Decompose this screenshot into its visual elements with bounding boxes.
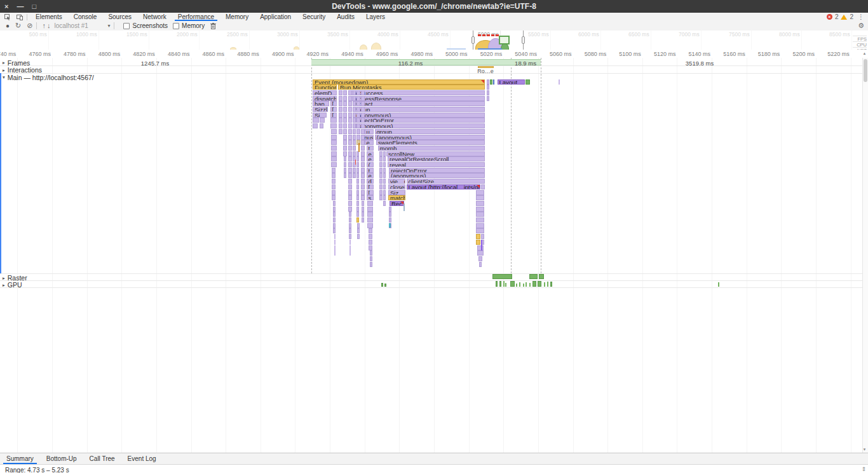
reload-and-record-button[interactable]: ↻ [15, 22, 21, 30]
flame-bar[interactable]: (anonymous) [356, 123, 485, 128]
flame-bar-small[interactable] [348, 146, 352, 151]
flame-bar-small[interactable] [367, 212, 373, 217]
flame-bar-small[interactable] [332, 168, 336, 173]
flame-bar-small[interactable] [361, 156, 365, 161]
flame-bar-small[interactable] [369, 234, 372, 239]
flame-bar-small[interactable] [339, 113, 342, 118]
gpu-bar[interactable] [381, 283, 383, 287]
flame-bar-small[interactable] [343, 146, 347, 151]
section-header-frames[interactable]: ▸Frames [3, 59, 30, 67]
flame-bar-small[interactable] [356, 129, 361, 134]
flame-bar-small[interactable] [476, 234, 480, 239]
flame-bar-small[interactable] [369, 228, 372, 233]
flame-bar-small[interactable] [339, 129, 342, 134]
flame-bar-small[interactable] [383, 184, 386, 189]
flame-bar[interactable]: Si…ct [313, 113, 327, 118]
flame-bar[interactable]: swapElements [376, 140, 485, 145]
flame-bar[interactable]: Event (mousedown) [313, 79, 485, 85]
gpu-bar[interactable] [523, 284, 524, 287]
flame-bar-small[interactable] [331, 151, 337, 156]
collapse-icon[interactable]: ▸ [3, 282, 5, 288]
flame-bar-small[interactable] [353, 123, 356, 128]
flame-bar-small[interactable] [356, 113, 361, 118]
scrollbar-thumb[interactable] [864, 59, 867, 82]
flame-fragment[interactable] [403, 203, 405, 211]
flame-bar-small[interactable] [343, 123, 347, 128]
flame-bar[interactable]: vie…Of [388, 179, 405, 184]
flame-bar-small[interactable] [343, 129, 347, 134]
flame-bar-small[interactable] [356, 212, 359, 217]
device-toolbar-icon[interactable] [15, 13, 24, 20]
flame-bar-small[interactable] [348, 195, 352, 200]
flame-bar-small[interactable] [487, 79, 490, 85]
gpu-bar[interactable] [510, 281, 515, 287]
flame-bar[interactable]: Function Call [313, 85, 337, 90]
flame-bar-small[interactable] [369, 245, 372, 250]
flame-bar-small[interactable] [343, 135, 347, 140]
flame-bar[interactable]: […] [367, 190, 374, 195]
flame-bar-small[interactable] [361, 140, 365, 145]
flame-bar-small[interactable] [476, 195, 484, 200]
flame-bar-small[interactable] [361, 129, 365, 134]
flame-bar-small[interactable] [383, 173, 386, 178]
flame-bar-small[interactable] [490, 79, 492, 85]
flame-bar[interactable]: e… [367, 173, 374, 178]
flame-bar[interactable]: d… [367, 179, 374, 184]
flame-bar-small[interactable] [379, 156, 383, 161]
flame-bar-small[interactable] [348, 118, 352, 123]
error-count[interactable]: 2 [835, 13, 839, 20]
screenshots-checkbox[interactable] [123, 23, 130, 29]
flame-bar-small[interactable] [476, 240, 480, 245]
flame-chart-area[interactable]: 1245.7 ms116.2 ms18.9 ms3519.8 msRo…e▸Fr… [0, 58, 868, 453]
flame-bar-small[interactable] [339, 101, 342, 106]
raster-bar[interactable] [492, 274, 512, 279]
flame-bar[interactable]: […] [330, 107, 337, 112]
clear-recording-button[interactable]: ⊘ [27, 22, 32, 30]
flame-bar[interactable]: Layout (http://local…ipts/guide.js:11709… [407, 184, 480, 189]
flame-bar[interactable]: dispatch [313, 96, 337, 101]
flame-bar-small[interactable] [348, 162, 352, 167]
gpu-bar[interactable] [384, 284, 386, 287]
flame-bar-small[interactable] [349, 223, 351, 228]
gpu-bar[interactable] [526, 282, 527, 287]
flame-bar-small[interactable] [356, 195, 359, 200]
flame-bar-small[interactable] [332, 173, 336, 178]
flame-bar-small[interactable] [339, 123, 342, 128]
flame-bar-small[interactable] [356, 90, 361, 95]
selection-handle-grip[interactable] [471, 36, 475, 44]
flame-bar-small[interactable] [356, 173, 359, 178]
flame-bar-small[interactable] [348, 190, 352, 195]
flame-bar[interactable]: Siz…tor [388, 190, 405, 195]
flame-bar-small[interactable] [333, 201, 336, 206]
inspect-element-icon[interactable] [3, 13, 12, 20]
details-tab-bottom-up[interactable]: Bottom-Up [40, 453, 83, 464]
selection-handle-grip[interactable] [522, 36, 525, 44]
flame-bar-small[interactable] [477, 245, 484, 250]
flame-bar-small[interactable] [332, 184, 336, 189]
memory-checkbox[interactable] [173, 23, 179, 29]
flame-bar-small[interactable] [389, 207, 392, 212]
flame-bar-small[interactable] [353, 113, 356, 118]
flame-bar-small[interactable] [362, 207, 364, 212]
flame-bar-small[interactable] [487, 85, 490, 90]
flame-bar-small[interactable] [353, 96, 356, 101]
flame-bar[interactable]: han…rs [313, 101, 329, 106]
flame-bar-small[interactable] [332, 190, 336, 195]
flame-bar-small[interactable] [339, 96, 342, 101]
flame-bar-small[interactable] [487, 90, 490, 95]
flame-bar-small[interactable] [356, 96, 361, 101]
flame-bar-small[interactable] [383, 168, 386, 173]
flame-bar-small[interactable] [383, 195, 386, 200]
resizer-icon[interactable]: ⇕ [861, 466, 866, 472]
flame-bar-small[interactable] [334, 245, 336, 250]
flame-bar-small[interactable] [367, 207, 373, 212]
flame-bar-small[interactable] [348, 151, 352, 156]
flame-bar-small[interactable] [356, 201, 359, 206]
flame-bar-small[interactable] [339, 90, 342, 95]
flame-bar-small[interactable] [383, 179, 386, 184]
flame-bar-small[interactable] [389, 212, 392, 217]
flame-bar[interactable]: (anonymous) [389, 173, 485, 178]
flame-bar-small[interactable] [361, 123, 365, 128]
flame-bar-small[interactable] [348, 156, 352, 161]
flame-bar-small[interactable] [348, 168, 352, 173]
